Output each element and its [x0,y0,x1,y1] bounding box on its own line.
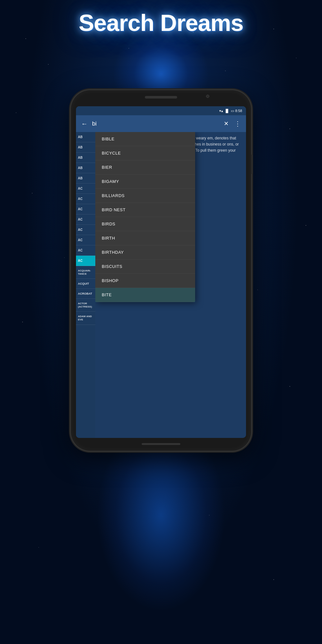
main-content: AB AB AB AB AB AC AC AC AC AC AC AC AC A… [76,132,246,438]
phone-bottom-bar [142,443,180,445]
sidebar-item[interactable]: AB [76,132,95,142]
battery-icon: ▭ [231,109,234,113]
autocomplete-dropdown: BIBLE BICYCLE BIER BIGAMY BILLIARDS BIRD… [95,132,195,302]
sidebar-list: AB AB AB AB AB AC AC AC AC AC AC AC AC A… [76,132,95,438]
autocomplete-item-billiards[interactable]: BILLIARDS [95,189,195,203]
sidebar-item-acquit[interactable]: ACQUIT [76,279,95,289]
phone-top-bar [145,96,177,99]
sidebar-item[interactable]: AC [76,184,95,194]
autocomplete-item-birth[interactable]: BIRTH [95,231,195,245]
autocomplete-item-bible[interactable]: BIBLE [95,132,195,146]
signal-icon: ▐▌ [224,109,230,113]
clear-button[interactable]: ✕ [223,119,230,128]
autocomplete-item-birds[interactable]: BIRDS [95,217,195,231]
autocomplete-item-birthday[interactable]: BIRTHDAY [95,245,195,260]
autocomplete-item-biscuits[interactable]: BISCUITS [95,260,195,274]
autocomplete-item-bier[interactable]: BIER [95,160,195,175]
autocomplete-item-bigamy[interactable]: BIGAMY [95,175,195,189]
sidebar-item-acquaintance[interactable]: ACQUAIN-TANCE [76,266,95,279]
autocomplete-item-bishop[interactable]: BISHOP [95,274,195,288]
clock: 8:58 [235,109,242,113]
search-input[interactable] [92,120,219,127]
phone-camera [206,95,209,98]
sidebar-item[interactable]: AB [76,173,95,184]
search-bar: ← ✕ ⋮ [76,115,246,132]
wifi-icon: ▾▴ [219,109,223,113]
sidebar-item[interactable]: AB [76,163,95,173]
sidebar-item-acrobat[interactable]: ACROBAT [76,289,95,299]
phone-screen: ▾▴ ▐▌ ▭ 8:58 ← ✕ ⋮ AB AB AB AB AB AC AC [76,106,246,438]
autocomplete-item-bicycle[interactable]: BICYCLE [95,146,195,160]
content-area: tent of pleasant things expected. To pic… [95,132,246,438]
sidebar-item-actor[interactable]: ACTOR(ACTRESS) [76,299,95,312]
back-button[interactable]: ← [80,119,89,129]
sidebar-item[interactable]: AC [76,245,95,256]
sidebar-item[interactable]: AC [76,235,95,245]
status-bar: ▾▴ ▐▌ ▭ 8:58 [76,106,246,115]
page-title: Search Dreams [0,10,322,36]
sidebar-item[interactable]: AC [76,225,95,235]
menu-button[interactable]: ⋮ [233,118,242,129]
sidebar-item[interactable]: AB [76,142,95,153]
sidebar-item-active[interactable]: AC [76,256,95,266]
autocomplete-item-bite[interactable]: BITE [95,288,195,302]
sidebar-item[interactable]: AB [76,153,95,163]
sidebar-item-adam[interactable]: ADAM ANDEVE [76,312,95,325]
phone-side-button [251,155,253,174]
sidebar-item[interactable]: AC [76,194,95,204]
status-icons: ▾▴ ▐▌ ▭ 8:58 [219,109,242,113]
phone-frame: ▾▴ ▐▌ ▭ 8:58 ← ✕ ⋮ AB AB AB AB AB AC AC [71,90,251,451]
sidebar-item[interactable]: AC [76,214,95,225]
autocomplete-item-bird-nest[interactable]: BIRD NEST [95,203,195,217]
sidebar-item[interactable]: AC [76,204,95,214]
